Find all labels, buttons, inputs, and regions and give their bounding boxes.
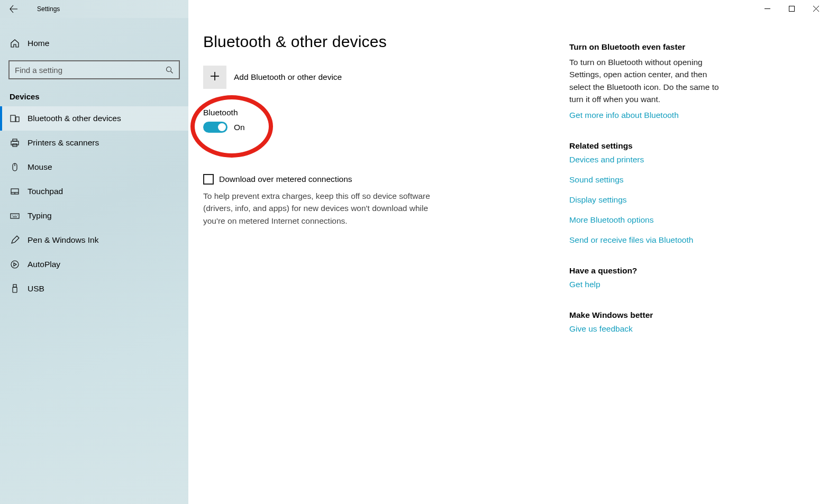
- touchpad-icon: [10, 187, 20, 196]
- plus-icon: [210, 71, 220, 83]
- maximize-button[interactable]: [779, 0, 804, 18]
- sidebar-item-label: Mouse: [28, 162, 52, 172]
- plus-box: [203, 66, 226, 89]
- content: Home Devices Bluetooth & other devices P…: [0, 18, 828, 504]
- faster-heading: Turn on Bluetooth even faster: [569, 42, 728, 52]
- sidebar-item-autoplay[interactable]: AutoPlay: [0, 252, 188, 277]
- better-block: Make Windows better Give us feedback: [569, 310, 728, 334]
- svg-rect-6: [11, 115, 15, 122]
- minimize-button[interactable]: [755, 0, 779, 18]
- bluetooth-label: Bluetooth: [203, 108, 569, 117]
- toggle-knob: [218, 123, 226, 131]
- svg-marker-23: [14, 263, 16, 266]
- add-device-label: Add Bluetooth or other device: [234, 72, 342, 82]
- sidebar-item-pen[interactable]: Pen & Windows Ink: [0, 228, 188, 252]
- autoplay-icon: [10, 260, 20, 269]
- metered-checkbox[interactable]: [203, 174, 214, 185]
- minimize-icon: [765, 4, 770, 14]
- svg-rect-1: [789, 6, 794, 12]
- home-button[interactable]: Home: [0, 33, 188, 54]
- question-heading: Have a question?: [569, 266, 728, 276]
- sidebar-item-touchpad[interactable]: Touchpad: [0, 179, 188, 204]
- close-button[interactable]: [804, 0, 828, 18]
- svg-rect-8: [11, 141, 19, 145]
- svg-rect-24: [13, 285, 16, 287]
- faster-block: Turn on Bluetooth even faster To turn on…: [569, 42, 728, 120]
- svg-rect-16: [11, 214, 19, 218]
- sidebar-item-label: Typing: [28, 211, 52, 221]
- usb-icon: [10, 284, 20, 294]
- add-device-button[interactable]: Add Bluetooth or other device: [203, 66, 569, 89]
- bluetooth-state: On: [234, 123, 245, 132]
- page-title: Bluetooth & other devices: [203, 33, 569, 51]
- sidebar-item-label: USB: [28, 284, 44, 294]
- sidebar-item-label: Pen & Windows Ink: [28, 235, 98, 245]
- sidebar-item-label: Printers & scanners: [28, 138, 99, 148]
- titlebar-left: Settings: [0, 0, 188, 18]
- close-icon: [813, 4, 819, 14]
- right-panel: Turn on Bluetooth even faster To turn on…: [569, 33, 728, 504]
- sidebar-item-mouse[interactable]: Mouse: [0, 155, 188, 179]
- related-block: Related settings Devices and printers So…: [569, 141, 728, 245]
- svg-point-22: [11, 261, 19, 268]
- pen-icon: [10, 235, 20, 245]
- search-icon: [160, 66, 179, 74]
- search-container: [0, 54, 188, 81]
- faster-link[interactable]: Get more info about Bluetooth: [569, 111, 728, 120]
- metered-description: To help prevent extra charges, keep this…: [203, 190, 452, 227]
- sidebar-item-label: Bluetooth & other devices: [28, 114, 121, 123]
- get-help-link[interactable]: Get help: [569, 280, 728, 289]
- back-arrow-icon: [10, 5, 18, 13]
- bluetooth-section: Bluetooth On: [203, 103, 569, 149]
- home-icon: [10, 39, 20, 48]
- home-label: Home: [28, 39, 49, 48]
- svg-rect-7: [16, 117, 19, 122]
- related-link-display[interactable]: Display settings: [569, 195, 728, 205]
- sidebar: Home Devices Bluetooth & other devices P…: [0, 18, 188, 504]
- sidebar-item-bluetooth[interactable]: Bluetooth & other devices: [0, 106, 188, 131]
- svg-point-4: [166, 67, 171, 71]
- keyboard-icon: [10, 211, 20, 221]
- devices-icon: [10, 114, 20, 123]
- maximize-icon: [789, 4, 795, 14]
- question-block: Have a question? Get help: [569, 266, 728, 289]
- sidebar-item-usb[interactable]: USB: [0, 277, 188, 301]
- related-link-sound[interactable]: Sound settings: [569, 175, 728, 185]
- metered-section: Download over metered connections To hel…: [203, 174, 569, 227]
- bluetooth-toggle-row: On: [203, 122, 569, 133]
- main-content: Bluetooth & other devices Add Bluetooth …: [188, 33, 569, 504]
- titlebar: Settings: [0, 0, 828, 18]
- svg-line-5: [170, 71, 172, 73]
- feedback-link[interactable]: Give us feedback: [569, 324, 728, 334]
- search-box[interactable]: [8, 60, 180, 79]
- sidebar-category: Devices: [0, 81, 188, 106]
- back-button[interactable]: [0, 0, 28, 18]
- sidebar-item-typing[interactable]: Typing: [0, 204, 188, 228]
- svg-rect-25: [13, 287, 17, 292]
- svg-rect-9: [13, 139, 17, 141]
- related-heading: Related settings: [569, 141, 728, 151]
- app-title: Settings: [28, 5, 60, 13]
- better-heading: Make Windows better: [569, 310, 728, 320]
- metered-label: Download over metered connections: [219, 175, 352, 184]
- sidebar-item-label: AutoPlay: [28, 260, 60, 269]
- search-input[interactable]: [10, 66, 160, 75]
- sidebar-item-label: Touchpad: [28, 187, 63, 196]
- main: Bluetooth & other devices Add Bluetooth …: [188, 18, 828, 504]
- sidebar-item-printers[interactable]: Printers & scanners: [0, 131, 188, 155]
- metered-checkbox-row[interactable]: Download over metered connections: [203, 174, 569, 185]
- faster-text: To turn on Bluetooth without opening Set…: [569, 56, 728, 105]
- printer-icon: [10, 138, 20, 148]
- related-link-more-bt[interactable]: More Bluetooth options: [569, 215, 728, 225]
- bluetooth-toggle[interactable]: [203, 122, 228, 133]
- related-link-devices[interactable]: Devices and printers: [569, 155, 728, 164]
- related-link-send-files[interactable]: Send or receive files via Bluetooth: [569, 235, 728, 245]
- mouse-icon: [10, 162, 20, 172]
- window-controls: [188, 0, 828, 18]
